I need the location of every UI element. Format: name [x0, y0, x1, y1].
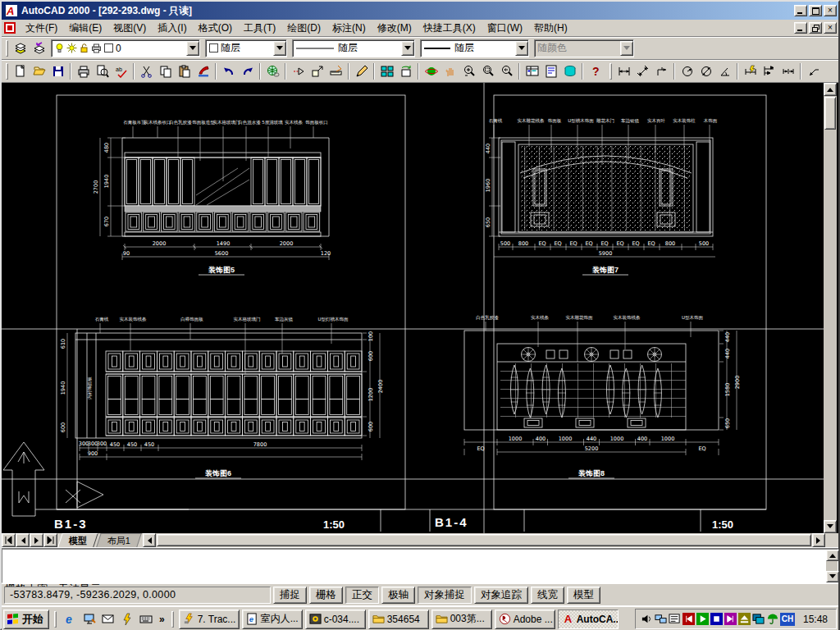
dim-quick-icon-button[interactable]	[741, 62, 760, 80]
status-toggle-3[interactable]: 极轴	[381, 587, 415, 604]
menu-item-7[interactable]: 标注(N)	[326, 21, 372, 35]
vertical-scroll-thumb[interactable]	[824, 97, 836, 130]
task-button-5[interactable]: Adobe ...	[495, 609, 555, 629]
media-play-icon[interactable]	[696, 613, 709, 625]
vertical-scrollbar[interactable]	[824, 83, 837, 533]
paste-icon-button[interactable]	[175, 62, 194, 80]
undo-icon-button[interactable]	[219, 62, 238, 80]
snapfrom-icon-button[interactable]	[308, 62, 326, 80]
color-dropdown-arrow[interactable]	[273, 41, 286, 56]
mdi-close-button[interactable]: ×	[824, 22, 837, 34]
dim-ordinate-icon-button[interactable]	[652, 62, 671, 80]
linetype-dropdown[interactable]: 随层	[292, 39, 415, 57]
menu-item-9[interactable]: 快捷工具(X)	[418, 21, 482, 35]
close-button[interactable]: ×	[824, 5, 837, 16]
menu-item-6[interactable]: 绘图(D)	[281, 21, 326, 35]
media-prev-icon[interactable]	[682, 613, 695, 625]
toolbar-grip[interactable]	[6, 40, 8, 57]
print-icon-button[interactable]	[74, 62, 93, 80]
title-bar[interactable]: A AutoCAD 2000 - [292-293.dwg - 只读] ×	[2, 2, 838, 20]
track-icon-button[interactable]	[289, 62, 308, 80]
preview-icon-button[interactable]	[93, 62, 112, 80]
quick-launch-overflow-chevron[interactable]: »	[158, 614, 167, 625]
layerprev-icon-button[interactable]	[30, 39, 48, 57]
layer-thaw-sun-icon[interactable]	[66, 43, 77, 53]
dbconnect-icon-button[interactable]	[560, 62, 579, 80]
dim-baseline-icon-button[interactable]	[760, 62, 778, 80]
layer-color-swatch[interactable]	[103, 43, 114, 53]
scroll-right-button[interactable]	[812, 533, 825, 547]
toolbar-grip[interactable]	[609, 63, 612, 80]
zoom-realtime-icon-button[interactable]	[459, 62, 478, 80]
command-scrollbar[interactable]	[826, 550, 838, 582]
ime-ch-badge[interactable]: CH	[780, 613, 795, 626]
task-button-1[interactable]: e室内人...	[242, 609, 303, 629]
hyperlink-icon-button[interactable]	[263, 62, 282, 80]
open-icon-button[interactable]	[30, 62, 48, 80]
copy-icon-button[interactable]	[156, 62, 175, 80]
tab-layout1[interactable]: 布局1	[96, 533, 142, 547]
menu-item-10[interactable]: 窗口(W)	[482, 21, 528, 35]
media-eject-icon[interactable]	[738, 613, 751, 625]
task-button-2[interactable]: c-034....	[305, 609, 366, 629]
display-icon[interactable]	[752, 613, 765, 625]
layer-dropdown-arrow[interactable]	[186, 41, 199, 56]
minimize-button[interactable]	[794, 5, 807, 16]
menu-item-2[interactable]: 视图(V)	[107, 21, 152, 35]
volume-icon[interactable]	[641, 613, 653, 625]
help-icon-button[interactable]: ?	[586, 62, 605, 80]
status-toggle-4[interactable]: 对象捕捉	[418, 587, 472, 604]
mdi-minimize-button[interactable]	[794, 22, 807, 34]
dim-continue-icon-button[interactable]	[778, 62, 797, 80]
pan-icon-button[interactable]	[441, 62, 459, 80]
zoom-previous-icon-button[interactable]	[497, 62, 516, 80]
ime-text-icon[interactable]	[669, 613, 681, 625]
scroll-down-button[interactable]	[824, 520, 837, 533]
task-button-0[interactable]: 7. Trac...	[179, 609, 240, 629]
new-icon-button[interactable]	[11, 62, 30, 80]
match-icon-button[interactable]	[194, 62, 212, 80]
tab-next-button[interactable]	[30, 533, 43, 547]
dim-diameter-icon-button[interactable]	[696, 62, 715, 80]
media-stop-icon[interactable]	[710, 613, 723, 625]
menu-item-3[interactable]: 插入(I)	[152, 21, 192, 35]
mdi-restore-button[interactable]	[809, 22, 822, 34]
drawing-canvas-area[interactable]: 2000 1490 2000 5600 90 120 480 1940 670 …	[2, 83, 838, 533]
rotateview-icon-button[interactable]	[396, 62, 415, 80]
tab-model[interactable]: 模型	[57, 533, 98, 547]
umbrella-icon[interactable]	[766, 613, 778, 625]
status-toggle-6[interactable]: 线宽	[531, 587, 564, 604]
menu-item-8[interactable]: 修改(M)	[372, 21, 418, 35]
tab-last-button[interactable]	[43, 533, 57, 547]
lineweight-dropdown-arrow[interactable]	[515, 41, 528, 56]
network-icon[interactable]	[655, 613, 667, 625]
command-window[interactable]: 栅格太密，无法显示 命令:	[2, 549, 838, 583]
menu-item-1[interactable]: 编辑(E)	[63, 21, 107, 35]
tab-prev-button[interactable]	[16, 533, 30, 547]
command-scroll-up[interactable]	[826, 550, 839, 561]
quicklaunch-ie-icon[interactable]: e	[62, 610, 80, 628]
pencil-icon-button[interactable]	[352, 62, 371, 80]
dim-radius-icon-button[interactable]	[678, 62, 696, 80]
task-button-3[interactable]: 354654	[368, 609, 429, 629]
task-button-6[interactable]: AAutoCA...	[558, 609, 619, 629]
start-button[interactable]: 开始	[3, 609, 49, 629]
dim-aligned-icon-button[interactable]	[633, 62, 652, 80]
status-toggle-7[interactable]: 模型	[567, 587, 600, 604]
layer-plot-printer-icon[interactable]	[91, 43, 102, 53]
layers-icon-button[interactable]	[11, 39, 30, 57]
document-icon[interactable]	[3, 21, 16, 34]
quicklaunch-desktop-icon[interactable]	[80, 610, 98, 628]
save-icon-button[interactable]	[48, 62, 67, 80]
status-toggle-2[interactable]: 正交	[345, 587, 379, 604]
command-scroll-down[interactable]	[826, 571, 839, 582]
dim-angular-icon-button[interactable]	[715, 62, 734, 80]
menu-item-4[interactable]: 格式(O)	[193, 21, 238, 35]
ruler-icon-button[interactable]	[326, 62, 345, 80]
quicklaunch-winamp-icon[interactable]	[118, 610, 136, 628]
linetype-dropdown-arrow[interactable]	[401, 41, 414, 56]
spell-icon-button[interactable]: ab	[112, 62, 130, 80]
menu-item-0[interactable]: 文件(F)	[20, 21, 63, 35]
tab-first-button[interactable]	[2, 533, 16, 547]
layer-unlock-icon[interactable]	[79, 43, 89, 53]
